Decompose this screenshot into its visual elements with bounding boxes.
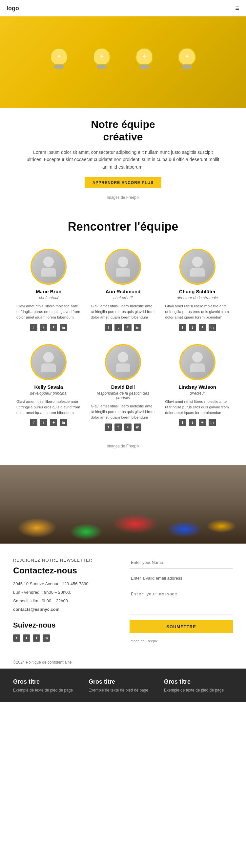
facebook-icon[interactable]: f: [104, 424, 112, 431]
instagram-icon[interactable]: ✦: [124, 324, 131, 331]
member-social-icons: f t ✦ in: [165, 419, 229, 426]
name-input[interactable]: [129, 557, 233, 568]
footer-social-icons: f t ✦ in: [13, 634, 117, 642]
contact-form-fields: SOUMETTRE Image de Freepik: [129, 557, 233, 643]
message-input[interactable]: [129, 588, 233, 614]
footer-column-text: Exemple de texte de pied de page: [164, 688, 233, 692]
member-social-icons: f t ✦ in: [17, 419, 81, 426]
footer-contact: REJOIGNEZ NOTRE NEWSLETTER Contactez-nou…: [0, 544, 246, 656]
member-role: développeur principal: [17, 391, 81, 396]
member-name: Kelly Savala: [17, 384, 81, 390]
twitter-icon[interactable]: t: [115, 324, 122, 331]
hero-text-section: Notre équipe créative Lorem ipsum dolor …: [0, 108, 246, 207]
team-avatar: [31, 344, 67, 380]
logo: logo: [6, 5, 19, 12]
instagram-icon[interactable]: ✦: [199, 324, 206, 331]
newsletter-label: REJOIGNEZ NOTRE NEWSLETTER: [13, 557, 117, 564]
avatar-image: [181, 250, 214, 283]
footer-column: Gros titre Exemple de texte de pied de p…: [13, 678, 82, 692]
facebook-icon[interactable]: f: [179, 324, 186, 331]
submit-button[interactable]: SOUMETTRE: [129, 620, 233, 633]
team-title: Rencontrer l'équipe: [13, 220, 233, 234]
avatar-image: [106, 345, 140, 379]
member-description: Glavi amet ritnisi libero molestie ante …: [91, 304, 155, 320]
bottom-footer: Gros titre Exemple de texte de pied de p…: [0, 669, 246, 702]
menu-button[interactable]: ≡: [235, 4, 240, 12]
member-description: Glavi amet ritnisi libero molestie ante …: [165, 399, 229, 416]
linkedin-icon[interactable]: in: [134, 324, 142, 331]
instagram-icon[interactable]: ✦: [50, 419, 57, 426]
member-name: Chung Schlüter: [165, 289, 229, 294]
linkedin-icon[interactable]: in: [209, 419, 216, 426]
facebook-icon[interactable]: f: [30, 324, 37, 331]
group-photo-inner: [0, 465, 246, 544]
email-input[interactable]: [129, 572, 233, 584]
twitter-icon[interactable]: t: [40, 324, 47, 331]
contact-email: contacts@esbnyc.com: [13, 607, 59, 612]
learn-more-button[interactable]: APPRENDRE ENCORE PLUS: [85, 177, 161, 188]
team-grid: Marie Brun chef créatif Glavi amet ritni…: [13, 245, 233, 434]
instagram-icon[interactable]: ✦: [50, 324, 57, 331]
group-photo: [0, 465, 246, 544]
team-member: Ann Richmond chef créatif Glavi amet rit…: [88, 245, 159, 334]
hero-image: [0, 17, 246, 108]
facebook-icon[interactable]: f: [104, 324, 112, 331]
team-image-credit: Images de Freepik: [13, 440, 233, 458]
contact-title: Contactez-nous: [13, 565, 117, 576]
member-role: chef créatif: [17, 296, 81, 300]
member-description: Glavi amet ritnisi libero molestie ante …: [17, 399, 81, 416]
member-role: directeur de la stratégie: [165, 296, 229, 300]
instagram-icon[interactable]: ✦: [124, 424, 131, 431]
twitter-icon[interactable]: t: [189, 419, 196, 426]
team-avatar: [105, 344, 141, 380]
twitter-icon[interactable]: t: [40, 419, 47, 426]
contact-hours-weekend: Samedi - dim : 9h00 – 22h00: [13, 597, 117, 604]
bulb-icon-3: [133, 48, 156, 77]
facebook-icon[interactable]: f: [30, 419, 37, 426]
bulb-icon-2: [90, 48, 113, 77]
member-social-icons: f t ✦ in: [91, 424, 155, 431]
linkedin-icon[interactable]: in: [60, 419, 67, 426]
team-member: Marie Brun chef créatif Glavi amet ritni…: [13, 245, 84, 334]
member-name: David Bell: [91, 384, 155, 390]
instagram-icon[interactable]: ✦: [33, 634, 40, 642]
linkedin-icon[interactable]: in: [60, 324, 67, 331]
facebook-icon[interactable]: f: [179, 419, 186, 426]
team-avatar: [179, 344, 215, 380]
linkedin-icon[interactable]: in: [134, 424, 142, 431]
instagram-icon[interactable]: ✦: [199, 419, 206, 426]
team-member: Lindsay Watson directeur Glavi amet ritn…: [162, 341, 233, 434]
member-description: Glavi amet ritnisi libero molestie ante …: [165, 304, 229, 320]
twitter-icon[interactable]: t: [23, 634, 30, 642]
footer-column: Gros titre Exemple de texte de pied de p…: [89, 678, 157, 692]
footer-column-text: Exemple de texte de pied de page: [13, 688, 82, 692]
facebook-icon[interactable]: f: [13, 634, 20, 642]
hero-title: Notre équipe créative: [26, 118, 220, 143]
bulb-icon-1: [48, 48, 70, 77]
linkedin-icon[interactable]: in: [43, 634, 50, 642]
team-member: Chung Schlüter directeur de la stratégie…: [162, 245, 233, 334]
footer-column-text: Exemple de texte de pied de page: [89, 688, 157, 692]
contact-form: SOUMETTRE Image de Freepik: [129, 557, 233, 643]
member-social-icons: f t ✦ in: [17, 324, 81, 331]
member-role: responsable de la gestion des produits: [91, 391, 155, 400]
team-avatar: [105, 249, 141, 285]
member-social-icons: f t ✦ in: [165, 324, 229, 331]
linkedin-icon[interactable]: in: [209, 324, 216, 331]
member-role: chef créatif: [91, 296, 155, 300]
hero-description: Lorem ipsum dolor sit amet, consectetur …: [26, 149, 220, 170]
twitter-icon[interactable]: t: [115, 424, 122, 431]
twitter-icon[interactable]: t: [189, 324, 196, 331]
member-description: Glavi amet ritnisi libero molestie ante …: [17, 304, 81, 320]
contact-address: 3045 10 Sunrize Avenue, 123-456-7890: [13, 580, 117, 588]
bulb-icon-4: [176, 48, 198, 77]
member-social-icons: f t ✦ in: [91, 324, 155, 331]
member-description: Glavi amet ritnisi libero molestie ante …: [91, 403, 155, 421]
footer-column-title: Gros titre: [89, 678, 157, 685]
avatar-image: [32, 345, 65, 379]
team-member: Kelly Savala développeur principal Glavi…: [13, 341, 84, 434]
member-role: directeur: [165, 391, 229, 396]
footer-column-title: Gros titre: [164, 678, 233, 685]
hero-image-credit: Images de Freepik: [106, 195, 139, 200]
follow-title: Suivez-nous: [13, 619, 117, 631]
